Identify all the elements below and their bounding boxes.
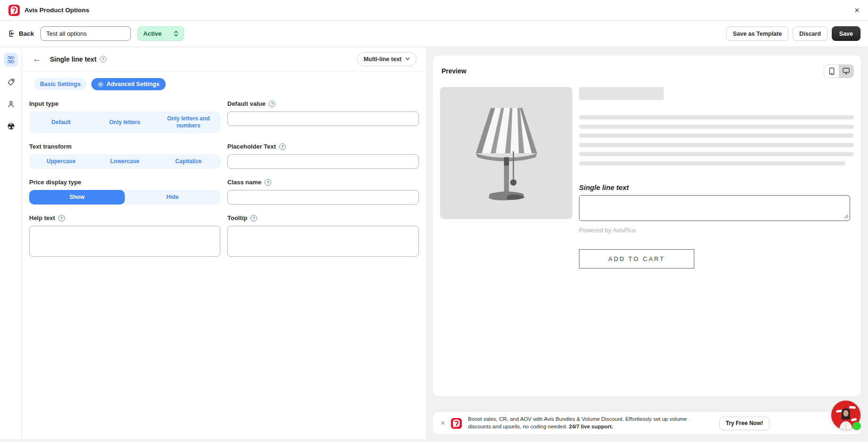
main-content: ← Single line text ? Multi-line text Bas… [0, 47, 868, 439]
discard-button[interactable]: Discard [793, 26, 828, 41]
tab-label: Basic Settings [40, 81, 80, 87]
default-value-input[interactable] [227, 111, 419, 126]
support-chat-launcher[interactable] [831, 401, 860, 430]
product-image [440, 87, 572, 219]
placeholder-text-input[interactable] [227, 154, 419, 169]
editor-header: ← Single line text ? Multi-line text [22, 47, 426, 71]
default-value-label: Default value ? [227, 100, 419, 107]
help-text-textarea[interactable] [29, 226, 220, 257]
text-transform-option-capitalize[interactable]: Capitalize [157, 154, 220, 169]
mobile-icon [829, 67, 835, 75]
app-title: Avis Product Options [24, 7, 89, 14]
field-default-value: Default value ? [227, 100, 419, 126]
promo-message-bold: 24/7 live support. [569, 424, 613, 429]
product-info-column: Single line text Powered by AvisPlus ADD… [579, 87, 854, 268]
desktop-icon [842, 67, 850, 75]
back-arrow-icon[interactable]: ← [33, 55, 42, 64]
field-input-type: Input type Default Only letters Only let… [29, 100, 220, 133]
save-as-template-button[interactable]: Save as Template [726, 26, 788, 41]
person-icon [7, 100, 15, 108]
text-transform-option-uppercase[interactable]: Uppercase [29, 154, 93, 169]
field-help-text: Help text ? [29, 214, 220, 259]
tab-advanced-settings[interactable]: Advanced Settings [91, 78, 166, 90]
promo-close-icon[interactable]: × [441, 419, 445, 427]
updown-chevron-icon [174, 31, 178, 37]
label-text: Default value [227, 100, 265, 107]
save-button[interactable]: Save [832, 26, 860, 41]
field-text-transform: Text transform Uppercase Lowercase Capit… [29, 143, 220, 169]
avis-bundles-logo-icon [451, 418, 462, 429]
skeleton-line [579, 143, 854, 147]
skeleton-line [579, 115, 854, 119]
settings-form: Input type Default Only letters Only let… [29, 100, 419, 259]
sidebar-item-localization[interactable] [4, 119, 18, 133]
label-text: Tooltip [227, 214, 247, 221]
input-type-option-only-letters[interactable]: Only letters [93, 111, 156, 133]
input-type-segmented: Default Only letters Only letters and nu… [29, 111, 220, 133]
help-text-help-icon[interactable]: ? [58, 215, 65, 221]
sidebar-item-customers[interactable] [4, 97, 18, 111]
tooltip-textarea[interactable] [227, 226, 419, 257]
skeleton-line [579, 152, 854, 156]
lamp-illustration [462, 104, 551, 203]
input-type-option-default[interactable]: Default [29, 111, 93, 133]
option-editor-panel: ← Single line text ? Multi-line text Bas… [22, 47, 426, 439]
sidebar-item-pricing[interactable] [4, 75, 18, 89]
settings-tabs: Basic Settings Advanced Settings [34, 78, 419, 90]
element-type-dropdown[interactable]: Multi-line text [357, 52, 417, 66]
avis-logo-icon [8, 5, 20, 16]
skeleton-product-title [579, 87, 664, 100]
back-label: Back [19, 30, 34, 37]
status-select[interactable]: Active [137, 26, 184, 41]
title-help-icon[interactable]: ? [100, 56, 106, 63]
skeleton-line [579, 134, 854, 138]
class-name-help-icon[interactable]: ? [265, 179, 271, 186]
preview-input-wrap [579, 195, 850, 221]
text-transform-option-lowercase[interactable]: Lowercase [93, 154, 156, 169]
close-icon[interactable]: × [854, 6, 860, 15]
tab-basic-settings[interactable]: Basic Settings [34, 78, 87, 90]
powered-by-text: Powered by AvisPlus [579, 227, 854, 234]
price-display-option-show[interactable]: Show [29, 190, 125, 205]
mobile-preview-button[interactable] [824, 65, 839, 78]
top-bar: Avis Product Options × [0, 0, 868, 21]
back-button[interactable]: Back [8, 30, 34, 38]
default-value-help-icon[interactable]: ? [269, 101, 275, 107]
label-text: Help text [29, 214, 55, 221]
chevron-down-icon [405, 57, 410, 61]
preview-body: Single line text Powered by AvisPlus ADD… [433, 87, 861, 268]
text-transform-label: Text transform [29, 143, 220, 150]
price-display-segmented: Show Hide [29, 190, 220, 205]
tooltip-label: Tooltip ? [227, 214, 419, 221]
try-free-now-button[interactable]: Try Free Now! [719, 417, 770, 430]
toolbar-actions: Save as Template Discard Save [726, 26, 860, 41]
option-set-name-input[interactable] [40, 26, 131, 41]
placeholder-text-label: Placeholder Text ? [227, 143, 419, 150]
skeleton-line [579, 125, 854, 129]
promo-message: Boost sales, CR, and AOV with Avis Bundl… [468, 416, 689, 430]
input-type-label: Input type [29, 100, 220, 107]
input-type-option-letters-numbers[interactable]: Only letters and numbers [157, 111, 220, 133]
field-tooltip: Tooltip ? [227, 214, 419, 259]
desktop-preview-button[interactable] [839, 65, 853, 78]
status-value: Active [143, 30, 161, 37]
tab-label: Advanced Settings [106, 81, 160, 87]
option-list-icon [7, 55, 15, 64]
placeholder-help-icon[interactable]: ? [279, 143, 286, 150]
text-transform-segmented: Uppercase Lowercase Capitalize [29, 154, 220, 169]
exit-icon [8, 30, 16, 38]
gear-icon [97, 81, 104, 87]
preview-card: Preview [433, 55, 861, 396]
preview-text-input[interactable] [579, 195, 850, 221]
sidebar-item-options[interactable] [4, 53, 18, 67]
add-to-cart-button[interactable]: ADD TO CART [579, 249, 694, 268]
option-title: Single line text [50, 55, 96, 63]
field-class-name: Class name ? [227, 179, 419, 205]
price-display-option-hide[interactable]: Hide [125, 190, 220, 205]
class-name-label: Class name ? [227, 179, 419, 186]
preview-field-label: Single line text [579, 183, 854, 191]
online-status-dot [852, 422, 861, 430]
tooltip-help-icon[interactable]: ? [250, 215, 257, 221]
preview-title: Preview [442, 67, 466, 75]
class-name-input[interactable] [227, 190, 419, 205]
